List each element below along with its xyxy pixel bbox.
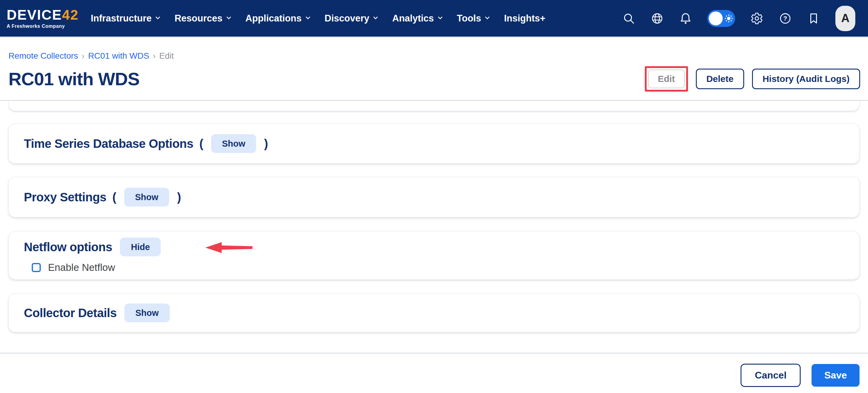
toggle-knob [709,11,723,25]
hide-toggle-button[interactable]: Hide [120,237,161,256]
breadcrumb-separator: › [82,51,84,61]
page-header: RC01 with WDS Edit Delete History (Audit… [0,66,868,92]
section-title: Netflow options [24,240,112,254]
help-icon[interactable]: ? [779,12,792,25]
logo-wordmark: DEVICE42 [7,8,79,22]
paren-open: ( [199,137,203,150]
device42-logo[interactable]: DEVICE42 A Freshworks Company [7,8,79,29]
page-title: RC01 with WDS [8,68,140,89]
menu-analytics[interactable]: Analytics [392,13,442,24]
top-navbar: DEVICE42 A Freshworks Company Infrastruc… [0,0,868,38]
cancel-button[interactable]: Cancel [741,364,801,387]
menu-resources[interactable]: Resources [175,13,230,24]
history-audit-logs-button[interactable]: History (Audit Logs) [752,68,860,89]
delete-button[interactable]: Delete [696,68,744,89]
menu-discovery[interactable]: Discovery [325,13,377,24]
section-collector-details: Collector Details Show [8,293,860,332]
enable-netflow-checkbox[interactable] [32,263,41,272]
breadcrumb-current: Edit [159,51,174,61]
user-avatar[interactable]: A [835,6,855,31]
header-actions: Edit Delete History (Audit Logs) [645,66,860,92]
chevron-down-icon [373,15,378,20]
notifications-bell-icon[interactable] [679,12,692,25]
search-icon[interactable] [622,12,636,25]
globe-icon[interactable] [651,12,664,25]
annotation-arrow-icon [205,242,253,254]
section-title: Collector Details [24,306,117,320]
bookmark-icon[interactable] [807,12,820,25]
nav-utility-area: ? A [622,6,855,31]
footer-actions: Cancel Save [0,354,868,387]
paren-close: ) [264,137,268,150]
main-menu: Infrastructure Resources Applications Di… [91,13,545,24]
menu-insights-plus[interactable]: Insights+ [504,13,546,24]
settings-gear-icon[interactable] [750,12,764,25]
section-netflow-options: Netflow options Hide Enable Netflow [8,231,860,280]
save-button[interactable]: Save [811,364,860,387]
menu-tools[interactable]: Tools [457,13,489,24]
edit-button[interactable]: Edit [648,69,685,88]
breadcrumb-rc01[interactable]: RC01 with WDS [88,51,149,61]
theme-toggle[interactable] [707,10,735,27]
section-title: Time Series Database Options [24,137,193,150]
show-toggle-button[interactable]: Show [124,188,169,206]
annotation-red-box: Edit [645,66,688,92]
svg-text:?: ? [783,15,787,22]
chevron-down-icon [485,15,490,20]
breadcrumb: Remote Collectors › RC01 with WDS › Edit [8,51,868,61]
sun-icon [724,14,733,23]
breadcrumb-separator: › [153,51,156,61]
chevron-down-icon [156,15,160,20]
chevron-down-icon [226,15,231,20]
scrolled-card-bottom-edge [8,101,860,111]
section-time-series-database-options: Time Series Database Options ( Show ) [8,124,860,164]
paren-open: ( [112,191,116,204]
breadcrumb-remote-collectors[interactable]: Remote Collectors [8,51,78,61]
section-title: Proxy Settings [24,191,106,204]
section-proxy-settings: Proxy Settings ( Show ) [8,177,860,217]
logo-tagline: A Freshworks Company [7,24,79,29]
chevron-down-icon [305,15,310,20]
chevron-down-icon [438,15,442,20]
show-toggle-button[interactable]: Show [211,134,256,153]
enable-netflow-row: Enable Netflow [32,262,115,273]
paren-close: ) [177,191,181,204]
form-sections: Time Series Database Options ( Show ) Pr… [0,101,868,332]
logo-accent-42: 42 [62,7,79,23]
menu-applications[interactable]: Applications [246,13,310,24]
show-toggle-button[interactable]: Show [124,304,169,322]
menu-infrastructure[interactable]: Infrastructure [91,13,159,24]
enable-netflow-label: Enable Netflow [48,262,115,273]
